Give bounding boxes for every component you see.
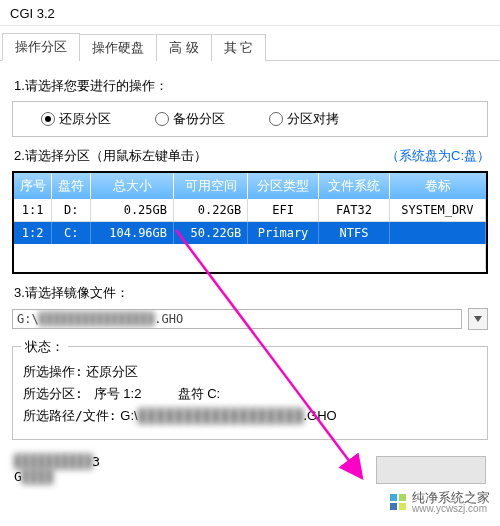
cell-total: 104.96GB xyxy=(90,222,173,245)
cell-fs: NTFS xyxy=(319,222,390,245)
col-ptype: 分区类型 xyxy=(248,173,319,199)
cell-index: 1:2 xyxy=(14,222,52,245)
status-op-value: 还原分区 xyxy=(86,364,138,379)
watermark-logo-icon xyxy=(390,494,408,512)
status-op-label: 所选操作: xyxy=(23,364,83,379)
status-legend: 状态： xyxy=(21,338,68,356)
col-label: 卷标 xyxy=(389,173,485,199)
bottom-text-block: ██████████3 G████ xyxy=(14,454,100,484)
radio-label: 还原分区 xyxy=(59,110,111,128)
cell-ptype: Primary xyxy=(248,222,319,245)
table-empty-space xyxy=(14,244,486,270)
tab-other[interactable]: 其 它 xyxy=(211,34,267,61)
path-prefix: G:\ xyxy=(17,312,39,326)
image-path-dropdown-button[interactable] xyxy=(468,308,488,330)
status-file-blurred: ██████████████████ xyxy=(138,408,304,423)
radio-restore-partition[interactable]: 还原分区 xyxy=(41,110,111,128)
table-header-row: 序号 盘符 总大小 可用空间 分区类型 文件系统 卷标 xyxy=(14,173,486,199)
cell-total: 0.25GB xyxy=(90,199,173,222)
col-fs: 文件系统 xyxy=(319,173,390,199)
status-groupbox: 状态： 所选操作: 还原分区 所选分区: 序号 1:2 盘符 C: 所选路径/文… xyxy=(12,346,488,440)
radio-indicator xyxy=(269,112,283,126)
tab-partition-ops[interactable]: 操作分区 xyxy=(2,33,80,61)
col-free: 可用空间 xyxy=(174,173,248,199)
footer-line1-suffix: 3 xyxy=(92,454,100,469)
radio-indicator-checked xyxy=(41,112,55,126)
section2-title-row: 2.请选择分区（用鼠标左键单击） （系统盘为C:盘） xyxy=(14,147,490,165)
tab-advanced[interactable]: 高 级 xyxy=(156,34,212,61)
status-file-prefix: G:\ xyxy=(120,408,137,423)
status-part-line: 所选分区: 序号 1:2 盘符 C: xyxy=(23,385,477,403)
status-part-idx-value: 1:2 xyxy=(123,386,141,401)
status-part-drv-value: C: xyxy=(207,386,220,401)
radio-label: 备份分区 xyxy=(173,110,225,128)
image-file-row: G:\████████████████.GHO xyxy=(12,308,488,330)
cell-index: 1:1 xyxy=(14,199,52,222)
table-row[interactable]: 1:1 D: 0.25GB 0.22GB EFI FAT32 SYSTEM_DR… xyxy=(14,199,486,222)
operation-fieldset: 还原分区 备份分区 分区对拷 xyxy=(12,101,488,137)
col-total: 总大小 xyxy=(90,173,173,199)
status-file-line: 所选路径/文件: G:\██████████████████.GHO xyxy=(23,407,477,425)
radio-indicator xyxy=(155,112,169,126)
radio-label: 分区对拷 xyxy=(287,110,339,128)
tab-bar: 操作分区 操作硬盘 高 级 其 它 xyxy=(0,32,500,61)
footer-line2-blur: ████ xyxy=(22,469,53,484)
table-row-selected[interactable]: 1:2 C: 104.96GB 50.22GB Primary NTFS xyxy=(14,222,486,245)
titlebar-separator xyxy=(0,25,500,26)
section3-title: 3.请选择镜像文件： xyxy=(14,284,490,302)
radio-backup-partition[interactable]: 备份分区 xyxy=(155,110,225,128)
cell-drive: C: xyxy=(52,222,91,245)
status-op-line: 所选操作: 还原分区 xyxy=(23,363,477,381)
window-title: CGI 3.2 xyxy=(0,0,500,25)
cell-label xyxy=(389,222,485,245)
col-drive: 盘符 xyxy=(52,173,91,199)
footer-line1-blur: ██████████ xyxy=(14,454,92,469)
tab-disk-ops[interactable]: 操作硬盘 xyxy=(79,34,157,61)
cell-fs: FAT32 xyxy=(319,199,390,222)
partition-table[interactable]: 序号 盘符 总大小 可用空间 分区类型 文件系统 卷标 1:1 D: 0.25G… xyxy=(14,173,486,270)
cell-free: 0.22GB xyxy=(174,199,248,222)
execute-button[interactable] xyxy=(376,456,486,484)
status-part-drv-label: 盘符 xyxy=(178,386,204,401)
status-file-suffix: .GHO xyxy=(303,408,336,423)
status-file-label: 所选路径/文件: xyxy=(23,408,117,423)
status-part-idx-label: 序号 xyxy=(94,386,120,401)
image-path-input[interactable]: G:\████████████████.GHO xyxy=(12,309,462,329)
bottom-row: ██████████3 G████ xyxy=(14,454,486,484)
col-index: 序号 xyxy=(14,173,52,199)
watermark-url: www.ycwszj.com xyxy=(412,504,490,514)
cell-free: 50.22GB xyxy=(174,222,248,245)
status-part-label: 所选分区: xyxy=(23,386,83,401)
cell-ptype: EFI xyxy=(248,199,319,222)
tab-content: 1.请选择您要进行的操作： 还原分区 备份分区 分区对拷 2.请选择分区（用鼠标… xyxy=(0,61,500,484)
section1-title: 1.请选择您要进行的操作： xyxy=(14,77,490,95)
footer-line2-prefix: G xyxy=(14,469,22,484)
watermark: 纯净系统之家 www.ycwszj.com xyxy=(390,491,490,514)
path-blurred: ████████████████ xyxy=(39,312,155,326)
radio-clone-partition[interactable]: 分区对拷 xyxy=(269,110,339,128)
path-suffix: .GHO xyxy=(154,312,183,326)
partition-table-wrap: 序号 盘符 总大小 可用空间 分区类型 文件系统 卷标 1:1 D: 0.25G… xyxy=(12,171,488,274)
section2-title: 2.请选择分区（用鼠标左键单击） xyxy=(14,148,207,163)
cell-label: SYSTEM_DRV xyxy=(389,199,485,222)
section2-hint: （系统盘为C:盘） xyxy=(386,147,490,165)
chevron-down-icon xyxy=(474,316,482,322)
cell-drive: D: xyxy=(52,199,91,222)
